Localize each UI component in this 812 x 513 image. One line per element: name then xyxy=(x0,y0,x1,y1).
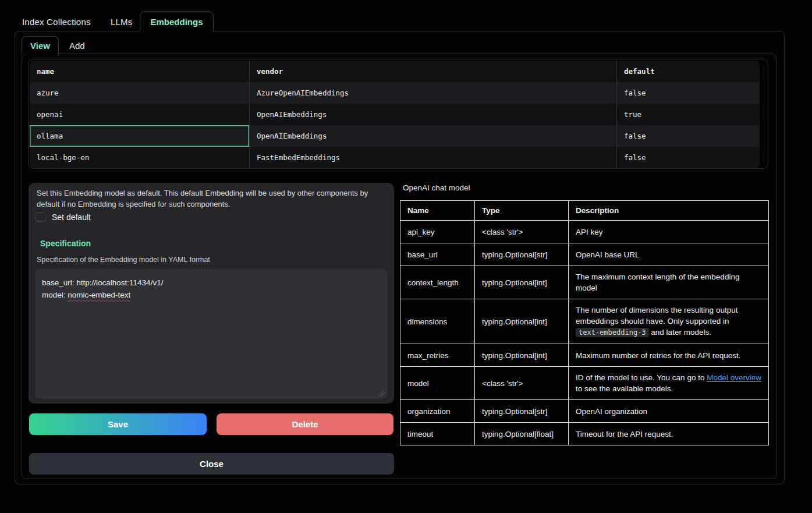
yaml-line-2: model: nomic-embed-text xyxy=(42,289,381,301)
yaml-line-1: base_url: http://localhost:11434/v1/ xyxy=(42,277,381,289)
yaml-model-value: nomic-embed-text xyxy=(68,291,130,299)
specification-heading: Specification xyxy=(40,239,91,248)
doc-cell-name: model xyxy=(400,367,475,400)
doc-text: OpenAI organization xyxy=(576,407,647,416)
doc-link[interactable]: Model overview xyxy=(707,373,761,382)
cell-default[interactable]: true xyxy=(617,104,760,125)
table-row[interactable]: openaiOpenAIEmbeddingstrue xyxy=(30,104,760,125)
tab-embeddings-label: Embeddings xyxy=(150,17,203,27)
resize-handle-icon[interactable] xyxy=(378,390,385,396)
tab-add[interactable]: Add xyxy=(69,41,85,51)
doc-cell-name: timeout xyxy=(400,423,475,445)
doc-cell-type: typing.Optional[int] xyxy=(475,344,569,367)
default-settings-card: Set this Embedding model as default. Thi… xyxy=(29,183,394,404)
doc-cell-name: context_length xyxy=(400,266,475,299)
table-row[interactable]: azureAzureOpenAIEmbeddingsfalse xyxy=(30,82,760,104)
doc-column-description: Description xyxy=(569,201,769,221)
doc-cell-description: The number of dimensions the resulting o… xyxy=(569,299,769,344)
doc-row: organizationtyping.Optional[str]OpenAI o… xyxy=(400,400,769,423)
delete-button[interactable]: Delete xyxy=(217,413,393,435)
doc-text: The number of dimensions the resulting o… xyxy=(576,306,737,326)
doc-cell-description: Maximum number of retries for the API re… xyxy=(569,344,769,367)
doc-cell-name: organization xyxy=(400,400,475,423)
doc-row: context_lengthtyping.Optional[int]The ma… xyxy=(400,266,769,299)
doc-text: to see the available models. xyxy=(576,384,673,393)
cell-vendor[interactable]: OpenAIEmbeddings xyxy=(250,104,617,125)
set-default-label[interactable]: Set default xyxy=(52,213,91,222)
cell-default[interactable]: false xyxy=(617,125,760,147)
doc-text: OpenAI base URL xyxy=(576,250,640,259)
doc-text: ID of the model to use. You can go to xyxy=(576,373,707,382)
save-button[interactable]: Save xyxy=(29,413,207,435)
doc-text: Timeout for the API request. xyxy=(576,430,673,438)
column-header-name: name xyxy=(30,61,250,82)
doc-cell-description: OpenAI base URL xyxy=(569,243,769,266)
doc-cell-description: OpenAI organization xyxy=(569,400,769,423)
doc-text: API key xyxy=(576,228,603,236)
doc-row: max_retriestyping.Optional[int]Maximum n… xyxy=(400,344,769,367)
doc-cell-type: typing.Optional[str] xyxy=(475,400,569,423)
tab-embeddings[interactable]: Embeddings xyxy=(140,11,214,31)
tab-index-collections[interactable]: Index Collections xyxy=(22,17,91,27)
set-default-row: Set default xyxy=(36,212,91,222)
doc-cell-type: typing.Optional[str] xyxy=(475,243,569,266)
doc-cell-description: API key xyxy=(569,221,769,243)
cell-default[interactable]: false xyxy=(617,147,760,168)
doc-column-name: Name xyxy=(400,201,475,221)
model-doc-table-body: api_key<class 'str'>API keybase_urltypin… xyxy=(400,221,769,445)
doc-cell-name: dimensions xyxy=(400,299,475,344)
model-doc-header-row: Name Type Description xyxy=(400,201,769,221)
embeddings-table-container: name vendor default azureAzureOpenAIEmbe… xyxy=(28,59,768,169)
close-button[interactable]: Close xyxy=(29,453,394,475)
doc-cell-description: Timeout for the API request. xyxy=(569,423,769,445)
table-row[interactable]: ollamaOpenAIEmbeddingsfalse xyxy=(30,125,760,147)
set-default-checkbox[interactable] xyxy=(36,212,45,222)
doc-cell-name: api_key xyxy=(400,221,475,243)
tab-view[interactable]: View xyxy=(22,36,59,54)
model-doc-title: OpenAI chat model xyxy=(403,183,470,192)
doc-row: dimensionstyping.Optional[int]The number… xyxy=(400,299,769,344)
table-row[interactable]: local-bge-enFastEmbedEmbeddingsfalse xyxy=(30,147,760,168)
cell-vendor[interactable]: OpenAIEmbeddings xyxy=(250,125,617,147)
doc-cell-type: typing.Optional[float] xyxy=(475,423,569,445)
column-header-vendor: vendor xyxy=(250,61,617,82)
embeddings-table-header-row: name vendor default xyxy=(30,61,760,82)
yaml-spec-editor[interactable]: base_url: http://localhost:11434/v1/ mod… xyxy=(36,270,387,398)
doc-cell-type: <class 'str'> xyxy=(475,221,569,243)
doc-cell-type: <class 'str'> xyxy=(475,367,569,400)
doc-cell-description: ID of the model to use. You can go to Mo… xyxy=(569,367,769,400)
doc-row: model<class 'str'>ID of the model to use… xyxy=(400,367,769,400)
doc-row: base_urltyping.Optional[str]OpenAI base … xyxy=(400,243,769,266)
cell-name[interactable]: openai xyxy=(30,104,250,125)
doc-cell-description: The maximum context length of the embedd… xyxy=(569,266,769,299)
doc-cell-name: base_url xyxy=(400,243,475,266)
cell-default[interactable]: false xyxy=(617,82,760,104)
app-window: Index Collections LLMs Embeddings View A… xyxy=(0,0,812,513)
code-chip: text-embedding-3 xyxy=(576,328,649,337)
doc-text: and later models. xyxy=(649,328,711,337)
view-panel: name vendor default azureAzureOpenAIEmbe… xyxy=(22,54,776,479)
doc-row: timeouttyping.Optional[float]Timeout for… xyxy=(400,423,769,445)
specification-caption: Specification of the Embedding model in … xyxy=(37,256,210,264)
tab-view-label: View xyxy=(30,41,50,51)
doc-text: Maximum number of retries for the API re… xyxy=(576,351,741,360)
embeddings-table-body: azureAzureOpenAIEmbeddingsfalseopenaiOpe… xyxy=(30,82,760,168)
cell-name[interactable]: ollama xyxy=(30,125,250,147)
column-header-default: default xyxy=(617,61,760,82)
doc-cell-type: typing.Optional[int] xyxy=(475,299,569,344)
cell-vendor[interactable]: AzureOpenAIEmbeddings xyxy=(250,82,617,104)
tab-llms[interactable]: LLMs xyxy=(111,17,132,27)
model-doc-table: Name Type Description api_key<class 'str… xyxy=(400,200,769,445)
cell-name[interactable]: azure xyxy=(30,82,250,104)
embeddings-table: name vendor default azureAzureOpenAIEmbe… xyxy=(30,61,760,168)
doc-cell-type: typing.Optional[int] xyxy=(475,266,569,299)
doc-text: The maximum context length of the embedd… xyxy=(576,273,739,292)
doc-row: api_key<class 'str'>API key xyxy=(400,221,769,243)
default-description: Set this Embedding model as default. Thi… xyxy=(37,187,386,210)
cell-name[interactable]: local-bge-en xyxy=(30,147,250,168)
doc-column-type: Type xyxy=(475,201,569,221)
cell-vendor[interactable]: FastEmbedEmbeddings xyxy=(250,147,617,168)
doc-cell-name: max_retries xyxy=(400,344,475,367)
